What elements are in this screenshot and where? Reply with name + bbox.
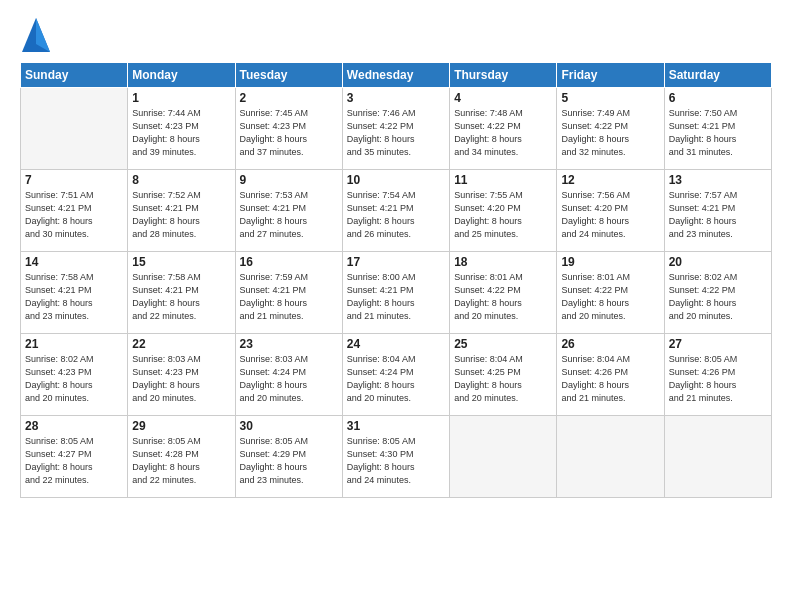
- day-info: Sunrise: 7:49 AM Sunset: 4:22 PM Dayligh…: [561, 107, 659, 159]
- day-info: Sunrise: 7:46 AM Sunset: 4:22 PM Dayligh…: [347, 107, 445, 159]
- day-number: 5: [561, 91, 659, 105]
- calendar-cell: 15Sunrise: 7:58 AM Sunset: 4:21 PM Dayli…: [128, 252, 235, 334]
- day-info: Sunrise: 7:52 AM Sunset: 4:21 PM Dayligh…: [132, 189, 230, 241]
- day-info: Sunrise: 7:50 AM Sunset: 4:21 PM Dayligh…: [669, 107, 767, 159]
- calendar-cell: 3Sunrise: 7:46 AM Sunset: 4:22 PM Daylig…: [342, 88, 449, 170]
- calendar-cell: 30Sunrise: 8:05 AM Sunset: 4:29 PM Dayli…: [235, 416, 342, 498]
- day-number: 19: [561, 255, 659, 269]
- day-info: Sunrise: 8:02 AM Sunset: 4:23 PM Dayligh…: [25, 353, 123, 405]
- day-info: Sunrise: 7:51 AM Sunset: 4:21 PM Dayligh…: [25, 189, 123, 241]
- day-number: 29: [132, 419, 230, 433]
- calendar-cell: 25Sunrise: 8:04 AM Sunset: 4:25 PM Dayli…: [450, 334, 557, 416]
- calendar-cell: 17Sunrise: 8:00 AM Sunset: 4:21 PM Dayli…: [342, 252, 449, 334]
- calendar-cell: [450, 416, 557, 498]
- day-info: Sunrise: 7:54 AM Sunset: 4:21 PM Dayligh…: [347, 189, 445, 241]
- day-info: Sunrise: 8:03 AM Sunset: 4:23 PM Dayligh…: [132, 353, 230, 405]
- day-info: Sunrise: 8:05 AM Sunset: 4:30 PM Dayligh…: [347, 435, 445, 487]
- calendar-cell: 5Sunrise: 7:49 AM Sunset: 4:22 PM Daylig…: [557, 88, 664, 170]
- logo-icon: [20, 16, 50, 52]
- day-number: 6: [669, 91, 767, 105]
- day-info: Sunrise: 8:04 AM Sunset: 4:24 PM Dayligh…: [347, 353, 445, 405]
- day-info: Sunrise: 8:02 AM Sunset: 4:22 PM Dayligh…: [669, 271, 767, 323]
- day-number: 26: [561, 337, 659, 351]
- calendar-cell: 7Sunrise: 7:51 AM Sunset: 4:21 PM Daylig…: [21, 170, 128, 252]
- calendar-cell: 14Sunrise: 7:58 AM Sunset: 4:21 PM Dayli…: [21, 252, 128, 334]
- day-number: 1: [132, 91, 230, 105]
- header: [20, 16, 772, 52]
- day-info: Sunrise: 8:00 AM Sunset: 4:21 PM Dayligh…: [347, 271, 445, 323]
- day-info: Sunrise: 7:58 AM Sunset: 4:21 PM Dayligh…: [25, 271, 123, 323]
- day-number: 27: [669, 337, 767, 351]
- weekday-header-friday: Friday: [557, 63, 664, 88]
- calendar-cell: [557, 416, 664, 498]
- day-number: 17: [347, 255, 445, 269]
- calendar-cell: 24Sunrise: 8:04 AM Sunset: 4:24 PM Dayli…: [342, 334, 449, 416]
- day-number: 20: [669, 255, 767, 269]
- calendar-cell: 19Sunrise: 8:01 AM Sunset: 4:22 PM Dayli…: [557, 252, 664, 334]
- calendar-cell: 27Sunrise: 8:05 AM Sunset: 4:26 PM Dayli…: [664, 334, 771, 416]
- day-number: 4: [454, 91, 552, 105]
- calendar-cell: 28Sunrise: 8:05 AM Sunset: 4:27 PM Dayli…: [21, 416, 128, 498]
- day-number: 23: [240, 337, 338, 351]
- calendar-cell: 18Sunrise: 8:01 AM Sunset: 4:22 PM Dayli…: [450, 252, 557, 334]
- calendar-cell: [664, 416, 771, 498]
- day-info: Sunrise: 7:56 AM Sunset: 4:20 PM Dayligh…: [561, 189, 659, 241]
- calendar-cell: 11Sunrise: 7:55 AM Sunset: 4:20 PM Dayli…: [450, 170, 557, 252]
- day-info: Sunrise: 7:58 AM Sunset: 4:21 PM Dayligh…: [132, 271, 230, 323]
- day-info: Sunrise: 8:05 AM Sunset: 4:28 PM Dayligh…: [132, 435, 230, 487]
- calendar-cell: 31Sunrise: 8:05 AM Sunset: 4:30 PM Dayli…: [342, 416, 449, 498]
- calendar-cell: 20Sunrise: 8:02 AM Sunset: 4:22 PM Dayli…: [664, 252, 771, 334]
- day-info: Sunrise: 8:04 AM Sunset: 4:25 PM Dayligh…: [454, 353, 552, 405]
- weekday-header-monday: Monday: [128, 63, 235, 88]
- calendar-cell: 23Sunrise: 8:03 AM Sunset: 4:24 PM Dayli…: [235, 334, 342, 416]
- day-info: Sunrise: 7:59 AM Sunset: 4:21 PM Dayligh…: [240, 271, 338, 323]
- day-number: 30: [240, 419, 338, 433]
- calendar-cell: 9Sunrise: 7:53 AM Sunset: 4:21 PM Daylig…: [235, 170, 342, 252]
- calendar-cell: 4Sunrise: 7:48 AM Sunset: 4:22 PM Daylig…: [450, 88, 557, 170]
- logo: [20, 16, 52, 52]
- day-number: 14: [25, 255, 123, 269]
- day-number: 2: [240, 91, 338, 105]
- week-row-4: 21Sunrise: 8:02 AM Sunset: 4:23 PM Dayli…: [21, 334, 772, 416]
- day-number: 18: [454, 255, 552, 269]
- weekday-header-tuesday: Tuesday: [235, 63, 342, 88]
- day-number: 8: [132, 173, 230, 187]
- day-info: Sunrise: 7:44 AM Sunset: 4:23 PM Dayligh…: [132, 107, 230, 159]
- weekday-header-sunday: Sunday: [21, 63, 128, 88]
- calendar-cell: 21Sunrise: 8:02 AM Sunset: 4:23 PM Dayli…: [21, 334, 128, 416]
- weekday-header-saturday: Saturday: [664, 63, 771, 88]
- day-number: 13: [669, 173, 767, 187]
- day-number: 7: [25, 173, 123, 187]
- calendar-cell: 10Sunrise: 7:54 AM Sunset: 4:21 PM Dayli…: [342, 170, 449, 252]
- week-row-2: 7Sunrise: 7:51 AM Sunset: 4:21 PM Daylig…: [21, 170, 772, 252]
- weekday-header-wednesday: Wednesday: [342, 63, 449, 88]
- weekday-header-row: SundayMondayTuesdayWednesdayThursdayFrid…: [21, 63, 772, 88]
- day-info: Sunrise: 8:01 AM Sunset: 4:22 PM Dayligh…: [454, 271, 552, 323]
- calendar-cell: 22Sunrise: 8:03 AM Sunset: 4:23 PM Dayli…: [128, 334, 235, 416]
- day-info: Sunrise: 7:55 AM Sunset: 4:20 PM Dayligh…: [454, 189, 552, 241]
- day-number: 24: [347, 337, 445, 351]
- day-number: 16: [240, 255, 338, 269]
- calendar-cell: 6Sunrise: 7:50 AM Sunset: 4:21 PM Daylig…: [664, 88, 771, 170]
- day-number: 10: [347, 173, 445, 187]
- day-info: Sunrise: 8:05 AM Sunset: 4:27 PM Dayligh…: [25, 435, 123, 487]
- day-number: 9: [240, 173, 338, 187]
- calendar-cell: 2Sunrise: 7:45 AM Sunset: 4:23 PM Daylig…: [235, 88, 342, 170]
- day-number: 11: [454, 173, 552, 187]
- day-info: Sunrise: 8:03 AM Sunset: 4:24 PM Dayligh…: [240, 353, 338, 405]
- calendar-cell: [21, 88, 128, 170]
- day-info: Sunrise: 8:05 AM Sunset: 4:29 PM Dayligh…: [240, 435, 338, 487]
- calendar-cell: 26Sunrise: 8:04 AM Sunset: 4:26 PM Dayli…: [557, 334, 664, 416]
- day-number: 25: [454, 337, 552, 351]
- calendar-cell: 12Sunrise: 7:56 AM Sunset: 4:20 PM Dayli…: [557, 170, 664, 252]
- day-info: Sunrise: 7:45 AM Sunset: 4:23 PM Dayligh…: [240, 107, 338, 159]
- day-number: 12: [561, 173, 659, 187]
- day-number: 22: [132, 337, 230, 351]
- week-row-3: 14Sunrise: 7:58 AM Sunset: 4:21 PM Dayli…: [21, 252, 772, 334]
- day-info: Sunrise: 8:01 AM Sunset: 4:22 PM Dayligh…: [561, 271, 659, 323]
- day-info: Sunrise: 7:57 AM Sunset: 4:21 PM Dayligh…: [669, 189, 767, 241]
- page: SundayMondayTuesdayWednesdayThursdayFrid…: [0, 0, 792, 612]
- calendar-cell: 8Sunrise: 7:52 AM Sunset: 4:21 PM Daylig…: [128, 170, 235, 252]
- calendar-cell: 16Sunrise: 7:59 AM Sunset: 4:21 PM Dayli…: [235, 252, 342, 334]
- day-info: Sunrise: 8:05 AM Sunset: 4:26 PM Dayligh…: [669, 353, 767, 405]
